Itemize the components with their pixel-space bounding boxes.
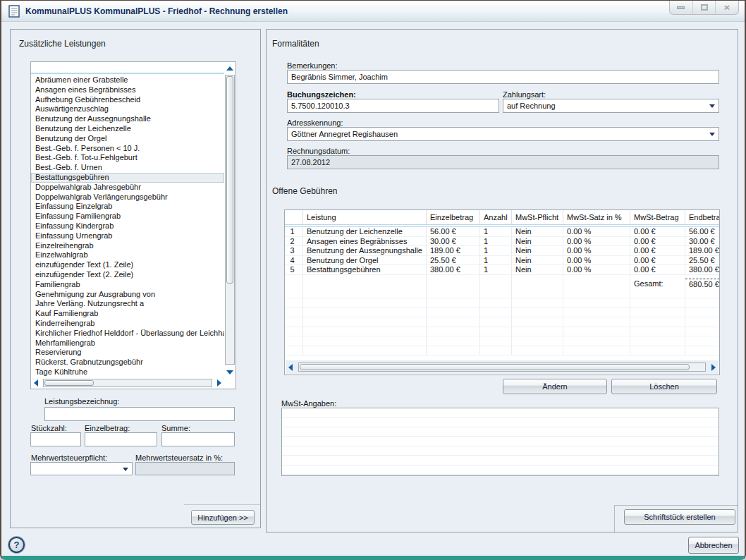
table-body: 1Benutzung der Leichenzelle56.00 €1Nein0… [285,227,719,355]
loeschen-button[interactable]: Löschen [611,379,717,394]
list-item[interactable]: Einfassung Familiengrab [31,212,224,221]
help-button[interactable]: ? [8,537,25,553]
close-button[interactable]: × [716,1,738,14]
table-hscroll-thumb[interactable] [300,364,690,370]
list-item[interactable]: Kinderreihengrab [31,319,224,329]
horizontal-scroll-track[interactable] [43,379,212,387]
list-item[interactable]: Benutzung der Aussegnungshalle [31,114,224,124]
scroll-left-icon[interactable] [286,363,295,372]
list-item[interactable]: Best.-Geb. f. Urnen [31,163,224,173]
table-header-cell[interactable]: Einzelbetrag [427,210,480,224]
bemerkungen-input[interactable] [287,70,719,84]
close-icon: × [724,3,730,12]
list-item[interactable]: Best.-Geb. f. Tot-u.Fehlgeburt [31,153,224,163]
scroll-right-icon[interactable] [709,363,719,372]
list-item[interactable]: Benutzung der Leichenzelle [31,124,224,134]
list-item[interactable]: Kirchlicher Friedhof Helddorf - Überlass… [31,329,224,339]
list-item[interactable]: Kauf Familiengrab [31,309,224,319]
zahlungsart-combo[interactable]: auf Rechnung [503,99,719,113]
horizontal-scroll-thumb[interactable] [44,380,94,386]
table-row[interactable]: 5Bestattungsgebühren380.00 €1Nein0.00 %0… [285,265,719,275]
vertical-scroll-thumb[interactable] [226,76,233,284]
table-row [285,289,719,299]
list-item[interactable]: Einfassung Urnengrab [31,231,224,241]
label-mehrwertsteuerpflicht: Mehrwertsteuerpflicht: [31,454,107,462]
table-header-cell[interactable] [285,210,303,224]
table-cell [480,308,512,317]
list-item[interactable]: Aufhebung Gebührenbescheid [31,95,224,105]
list-item[interactable]: Einfassung Einzelgrab [31,202,224,212]
table-cell [303,308,427,317]
aendern-button[interactable]: Ändern [503,379,607,394]
abbrechen-button[interactable]: Abbrechen [688,537,739,554]
einzelbetrag-input[interactable] [85,432,157,446]
schriftstueck-button[interactable]: Schriftstück erstellen [624,509,735,525]
label-adresskennung: Adresskennung: [287,118,343,127]
summe-input[interactable] [161,432,235,446]
list-item[interactable]: Familiengrab [31,280,224,290]
table-header-cell[interactable]: MwSt-Satz in % [563,210,630,224]
table-cell [685,308,720,317]
stueckzahl-input[interactable] [30,432,81,446]
scroll-left-icon[interactable] [31,378,41,388]
table-row[interactable]: 4Benutzung der Orgel25.50 €1Nein0.00 %0.… [285,256,719,266]
additional-services-panel: Zusätzliche Leistungen Abräumen einer Gr… [10,29,261,528]
table-row[interactable]: 2Ansagen eines Begräbnisses30.00 €1Nein0… [285,237,719,247]
scroll-up-icon[interactable] [225,63,235,73]
list-item[interactable]: Einfassung Kindergrab [31,221,224,231]
table-header-cell[interactable]: Endbetrag [685,210,720,224]
list-item[interactable]: Doppelwahlgrab Jahresgebühr [31,183,224,193]
dialog-window: KommunalPLUS KommunalPLUS - Friedhof - R… [0,0,746,560]
list-item[interactable]: Abräumen einer Grabstelle [31,75,224,85]
table-cell [512,279,563,289]
list-item[interactable]: Einzelreihengrab [31,241,224,251]
list-filter-row[interactable] [31,62,224,74]
table-hscroll-track[interactable] [298,363,706,372]
table-cell [427,346,480,355]
table-cell [563,298,630,308]
maximize-button[interactable] [693,1,716,14]
table-cell: 380.00 € [685,265,720,274]
list-item[interactable]: Mehrfamiliengrab [31,339,224,348]
table-header-cell[interactable]: Leistung [303,210,427,224]
list-item[interactable]: Ansagen eines Begräbnisses [31,85,224,95]
list-item[interactable]: Genehmigung zur Ausgrabung von [31,290,224,300]
mehrwertsteuersatz-field [135,462,235,475]
list-item[interactable]: Doppelwahlgrab Verlängerungsgebühr [31,193,224,202]
list-item[interactable]: Auswärtigenzuschlag [31,104,224,114]
list-item[interactable]: Jahre Verläng. Nutzungsrecht a [31,299,224,309]
table-row[interactable]: 1Benutzung der Leichenzelle56.00 €1Nein0… [285,227,719,237]
table-cell [685,317,720,327]
table-horizontal-scrollbar[interactable] [286,360,719,374]
scroll-right-icon[interactable] [214,378,224,388]
minimize-button[interactable] [670,1,693,14]
list-item[interactable]: Rückerst. Grabnutzungsgebühr [31,358,224,367]
table-header-cell[interactable]: MwSt-Betrag [630,210,685,224]
list-vertical-scrollbar[interactable] [224,62,236,377]
list-item[interactable]: einzufügender Text (1. Zeile) [31,260,224,270]
table-header-cell[interactable]: Anzahl [480,210,512,224]
list-item[interactable]: Einzelwahlgrab [31,250,224,260]
adresskennung-combo[interactable]: Göttner Annegret Regishausen [287,127,719,141]
buchungszeichen-input[interactable] [287,99,499,113]
list-item[interactable]: Benutzung der Orgel [31,134,224,144]
table-cell [427,279,480,289]
mehrwertsteuerpflicht-combo[interactable] [30,462,133,475]
vertical-scroll-track[interactable] [225,75,235,365]
document-icon [8,5,20,18]
list-item[interactable]: Bestattungsgebühren [31,173,224,183]
table-cell [563,317,630,327]
list-item[interactable]: Tage Kühltruhe [31,367,224,377]
table-header-cell[interactable]: MwSt-Pflicht [512,210,563,224]
leistungsbezeichnung-input[interactable] [44,407,235,421]
list-item[interactable]: Reservierung [31,348,224,358]
hinzufuegen-button[interactable]: Hinzufügen >> [191,510,255,525]
fees-table: LeistungEinzelbetragAnzahlMwSt-PflichtMw… [284,209,720,375]
list-item[interactable]: Best.-Geb. f. Personen < 10 J. [31,144,224,154]
table-cell [480,289,512,298]
list-item[interactable]: einzufügender Text (2. Zeile) [31,270,224,280]
table-row[interactable]: 3Benutzung der Aussegnungshalle189.00 €1… [285,246,719,256]
list-horizontal-scrollbar[interactable] [31,377,224,389]
scroll-down-icon[interactable] [225,367,235,377]
mwst-angaben-box[interactable] [281,408,719,476]
